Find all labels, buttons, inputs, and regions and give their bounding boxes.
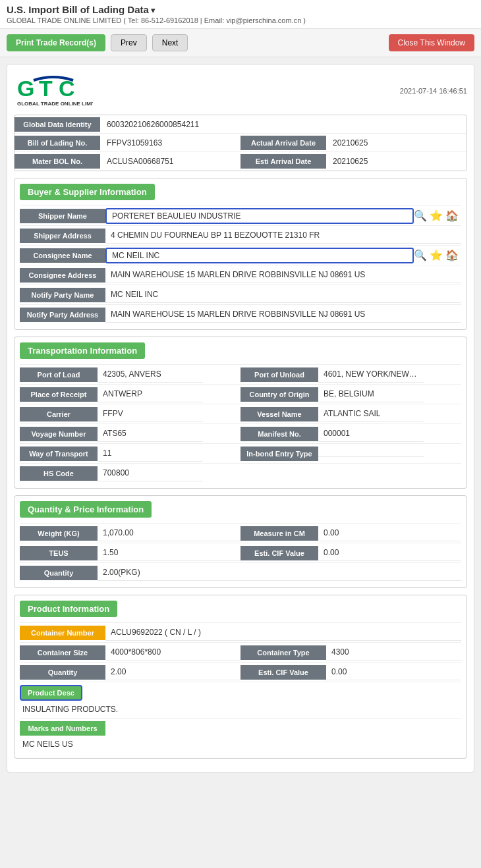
port-of-load-row: Port of Load 42305, ANVERS bbox=[20, 364, 240, 384]
country-of-origin-label: Country of Origin bbox=[240, 387, 318, 402]
carrier-value: FFPV bbox=[98, 406, 203, 422]
global-data-row: Global Data Identity 6003202106260008542… bbox=[14, 115, 467, 134]
consignee-name-label: Consignee Name bbox=[20, 248, 105, 263]
teus-row: TEUS 1.50 bbox=[20, 543, 240, 562]
teus-label: TEUS bbox=[20, 546, 98, 560]
buyer-supplier-title: Buyer & Supplier Information bbox=[20, 184, 155, 200]
in-bond-entry-value bbox=[318, 450, 424, 457]
container-type-value: 4300 bbox=[326, 644, 461, 661]
hs-code-row: HS Code 700800 bbox=[20, 463, 461, 483]
port-of-unload-value: 4601, NEW YORK/NEWARK AREA, NEW bbox=[318, 366, 424, 383]
product-info-title: Product Information bbox=[20, 601, 117, 617]
hs-code-value: 700800 bbox=[98, 465, 203, 481]
identity-section: Global Data Identity 6003202106260008542… bbox=[14, 115, 467, 171]
quantity-price-title: Quantity & Price Information bbox=[20, 501, 152, 518]
mater-bol-label: Mater BOL No. bbox=[14, 154, 100, 169]
product-esti-cif-label: Esti. CIF Value bbox=[240, 665, 326, 680]
close-button[interactable]: Close This Window bbox=[389, 34, 474, 51]
product-quantity-value: 2.00 bbox=[105, 664, 240, 680]
port-of-load-label: Port of Load bbox=[20, 367, 98, 382]
weight-row: Weight (KG) 1,070.00 bbox=[20, 523, 240, 543]
marks-label: Marks and Numbers bbox=[20, 721, 105, 736]
consignee-address-label: Consignee Address bbox=[20, 268, 105, 283]
buyer-supplier-fields: Shipper Name PORTERET BEAULIEU INDUSTRIE… bbox=[14, 205, 467, 329]
actual-arrival-value: 20210625 bbox=[326, 135, 467, 151]
global-data-value: 600320210626000854211 bbox=[100, 117, 467, 132]
marks-row: Marks and Numbers MC NEILS US bbox=[20, 718, 461, 753]
in-bond-entry-label: In-bond Entry Type bbox=[240, 447, 318, 461]
mater-bol-row: Mater BOL No. ACLUSA00668751 Esti Arriva… bbox=[14, 152, 467, 171]
esti-arrival-label: Esti Arrival Date bbox=[240, 154, 326, 169]
port-of-unload-row: Port of Unload 4601, NEW YORK/NEWARK ARE… bbox=[240, 364, 461, 384]
product-desc-row: Product Desc INSULATING PRODUCTS. bbox=[20, 682, 461, 718]
place-of-receipt-label: Place of Receipt bbox=[20, 387, 98, 402]
notify-address-row: Notify Party Address MAIN WAREHOUSE 15 M… bbox=[20, 304, 461, 324]
voyage-number-value: ATS65 bbox=[98, 425, 203, 442]
shipper-name-value: PORTERET BEAULIEU INDUSTRIE bbox=[105, 208, 414, 224]
shipper-icons: 🔍 ⭐ 🏠 bbox=[414, 209, 461, 222]
consignee-star-icon[interactable]: ⭐ bbox=[430, 249, 443, 261]
notify-name-row: Notify Party Name MC NEIL INC bbox=[20, 285, 461, 304]
weight-value: 1,070.00 bbox=[98, 525, 240, 541]
quantity-label: Quantity bbox=[20, 566, 98, 580]
mater-bol-value: ACLUSA00668751 bbox=[100, 153, 240, 169]
weight-label: Weight (KG) bbox=[20, 526, 98, 541]
container-size-row: Container Size 4000*806*800 bbox=[20, 642, 240, 662]
buyer-supplier-section: Buyer & Supplier Information Shipper Nam… bbox=[14, 178, 467, 330]
consignee-home-icon[interactable]: 🏠 bbox=[445, 249, 459, 261]
way-of-transport-row: Way of Transport 11 bbox=[20, 443, 240, 463]
transportation-section: Transportation Information Port of Load … bbox=[14, 337, 467, 489]
dropdown-icon[interactable]: ▾ bbox=[151, 5, 156, 15]
consignee-name-row: Consignee Name MC NEIL INC 🔍 ⭐ 🏠 bbox=[20, 245, 461, 265]
quantity-price-section: Quantity & Price Information Weight (KG)… bbox=[14, 495, 467, 588]
subtitle: GLOBAL TRADE ONLINE LIMITED ( Tel: 86-51… bbox=[7, 16, 474, 24]
top-bar: U.S. Import Bill of Lading Data ▾ GLOBAL… bbox=[0, 0, 481, 29]
notify-name-value: MC NEIL INC bbox=[105, 286, 461, 303]
main-content: G T C GLOBAL TRADE ONLINE LIMITED 2021-0… bbox=[7, 64, 474, 773]
carrier-row: Carrier FFPV bbox=[20, 404, 240, 423]
port-of-unload-label: Port of Unload bbox=[240, 367, 318, 382]
voyage-number-label: Voyage Number bbox=[20, 427, 98, 441]
product-info-section: Product Information Container Number ACL… bbox=[14, 595, 467, 759]
home-icon[interactable]: 🏠 bbox=[445, 209, 459, 222]
consignee-name-value: MC NEIL INC bbox=[105, 248, 414, 263]
in-bond-entry-row: In-bond Entry Type bbox=[240, 443, 461, 463]
manifest-no-row: Manifest No. 000001 bbox=[240, 423, 461, 443]
bol-label: Bill of Lading No. bbox=[14, 136, 100, 150]
consignee-search-icon[interactable]: 🔍 bbox=[414, 249, 427, 261]
measure-row: Measure in CM 0.00 bbox=[240, 523, 461, 543]
print-button[interactable]: Print Trade Record(s) bbox=[7, 34, 105, 51]
shipper-address-label: Shipper Address bbox=[20, 229, 105, 243]
search-icon[interactable]: 🔍 bbox=[414, 209, 427, 222]
product-desc-label: Product Desc bbox=[20, 685, 82, 701]
esti-cif-label: Esti. CIF Value bbox=[240, 546, 318, 560]
container-size-label: Container Size bbox=[20, 645, 105, 660]
esti-arrival-value: 20210625 bbox=[326, 153, 467, 169]
product-quantity-label: Quantity bbox=[20, 665, 105, 680]
quantity-value: 2.00(PKG) bbox=[98, 564, 461, 581]
notify-address-value: MAIN WAREHOUSE 15 MARLEN DRIVE ROBBINSVI… bbox=[105, 306, 461, 323]
container-size-type-grid: Container Size 4000*806*800 Container Ty… bbox=[20, 642, 461, 662]
product-desc-value: INSULATING PRODUCTS. bbox=[20, 703, 121, 715]
way-of-transport-label: Way of Transport bbox=[20, 447, 98, 461]
teus-value: 1.50 bbox=[98, 545, 240, 561]
shipper-address-row: Shipper Address 4 CHEMIN DU FOURNEAU BP … bbox=[20, 225, 461, 245]
consignee-address-value: MAIN WAREHOUSE 15 MARLEN DRIVE ROBBINSVI… bbox=[105, 267, 461, 283]
manifest-no-label: Manifest No. bbox=[240, 427, 318, 441]
marks-value: MC NEILS US bbox=[20, 738, 76, 750]
port-of-load-value: 42305, ANVERS bbox=[98, 366, 203, 383]
actual-arrival-label: Actual Arrival Date bbox=[240, 136, 326, 150]
shipper-name-label: Shipper Name bbox=[20, 209, 105, 223]
transportation-title: Transportation Information bbox=[20, 342, 145, 359]
notify-address-label: Notify Party Address bbox=[20, 308, 105, 322]
document-header: G T C GLOBAL TRADE ONLINE LIMITED 2021-0… bbox=[14, 71, 467, 115]
quantity-row: Quantity 2.00(PKG) bbox=[20, 562, 461, 582]
prev-button[interactable]: Prev bbox=[111, 34, 147, 51]
carrier-label: Carrier bbox=[20, 407, 98, 421]
page-title: U.S. Import Bill of Lading Data bbox=[7, 4, 149, 15]
container-type-label: Container Type bbox=[240, 645, 326, 660]
qty-grid: Weight (KG) 1,070.00 Measure in CM 0.00 … bbox=[14, 523, 467, 587]
next-button[interactable]: Next bbox=[152, 34, 188, 51]
hs-code-label: HS Code bbox=[20, 466, 98, 481]
star-icon[interactable]: ⭐ bbox=[430, 209, 443, 222]
